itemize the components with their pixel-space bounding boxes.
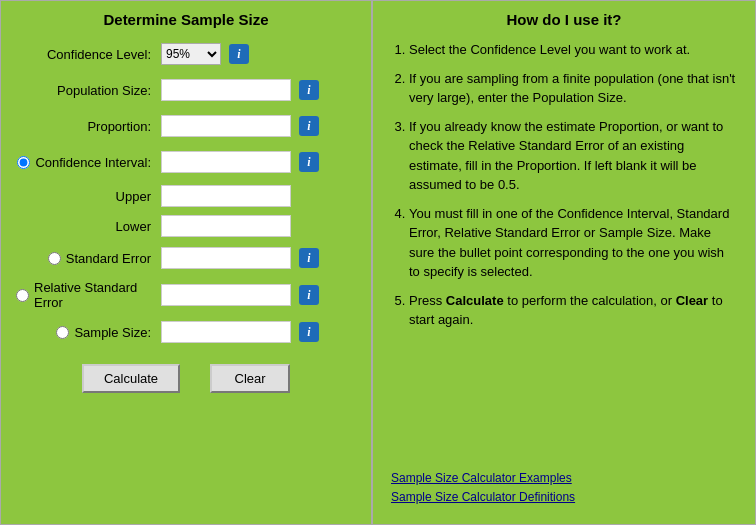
standard-error-radio[interactable] [48,252,61,265]
upper-row: Upper [16,184,356,208]
clear-button[interactable]: Clear [210,364,290,393]
proportion-label: Proportion: [16,119,161,134]
calculate-button[interactable]: Calculate [82,364,180,393]
step-1: Select the Confidence Level you want to … [409,40,737,60]
sample-size-radio[interactable] [56,326,69,339]
main-container: Determine Sample Size Confidence Level: … [0,0,756,525]
proportion-info-icon[interactable]: i [299,116,319,136]
lower-row: Lower [16,214,356,238]
proportion-input[interactable] [161,115,291,137]
standard-error-label: Standard Error [66,251,151,266]
definitions-link[interactable]: Sample Size Calculator Definitions [391,490,737,504]
relative-standard-error-radio-label: Relative Standard Error [16,280,161,310]
step-2: If you are sampling from a finite popula… [409,69,737,108]
standard-error-row: Standard Error i [16,244,356,272]
confidence-interval-info-icon[interactable]: i [299,152,319,172]
step-4: You must fill in one of the Confidence I… [409,204,737,282]
examples-link[interactable]: Sample Size Calculator Examples [391,471,737,485]
right-panel: How do I use it? Select the Confidence L… [371,1,755,524]
left-panel-title: Determine Sample Size [16,11,356,28]
step-5: Press Calculate to perform the calculati… [409,291,737,330]
confidence-level-label: Confidence Level: [16,47,161,62]
confidence-level-select[interactable]: 95% 90% 99% [161,43,221,65]
confidence-interval-row: Confidence Interval: i [16,148,356,176]
population-size-info-icon[interactable]: i [299,80,319,100]
sample-size-radio-label: Sample Size: [16,325,161,340]
button-row: Calculate Clear [16,364,356,393]
population-size-label: Population Size: [16,83,161,98]
population-size-input[interactable] [161,79,291,101]
lower-input[interactable] [161,215,291,237]
confidence-interval-radio-label: Confidence Interval: [16,155,161,170]
lower-label: Lower [16,219,161,234]
calculate-bold: Calculate [446,293,504,308]
confidence-interval-radio[interactable] [17,156,30,169]
confidence-interval-input[interactable] [161,151,291,173]
confidence-interval-label: Confidence Interval: [35,155,151,170]
relative-standard-error-radio[interactable] [16,289,29,302]
relative-standard-error-row: Relative Standard Error i [16,280,356,310]
left-panel: Determine Sample Size Confidence Level: … [1,1,371,524]
instructions-list: Select the Confidence Level you want to … [391,40,737,339]
links-section: Sample Size Calculator Examples Sample S… [391,461,737,509]
confidence-level-row: Confidence Level: 95% 90% 99% i [16,40,356,68]
confidence-level-info-icon[interactable]: i [229,44,249,64]
sample-size-info-icon[interactable]: i [299,322,319,342]
standard-error-info-icon[interactable]: i [299,248,319,268]
population-size-row: Population Size: i [16,76,356,104]
upper-label: Upper [16,189,161,204]
standard-error-radio-label: Standard Error [16,251,161,266]
right-panel-title: How do I use it? [391,11,737,28]
sample-size-label: Sample Size: [74,325,151,340]
sample-size-input[interactable] [161,321,291,343]
relative-standard-error-info-icon[interactable]: i [299,285,319,305]
clear-bold: Clear [676,293,709,308]
upper-input[interactable] [161,185,291,207]
standard-error-input[interactable] [161,247,291,269]
sample-size-row: Sample Size: i [16,318,356,346]
step-3: If you already know the estimate Proport… [409,117,737,195]
proportion-row: Proportion: i [16,112,356,140]
relative-standard-error-input[interactable] [161,284,291,306]
relative-standard-error-label: Relative Standard Error [34,280,151,310]
